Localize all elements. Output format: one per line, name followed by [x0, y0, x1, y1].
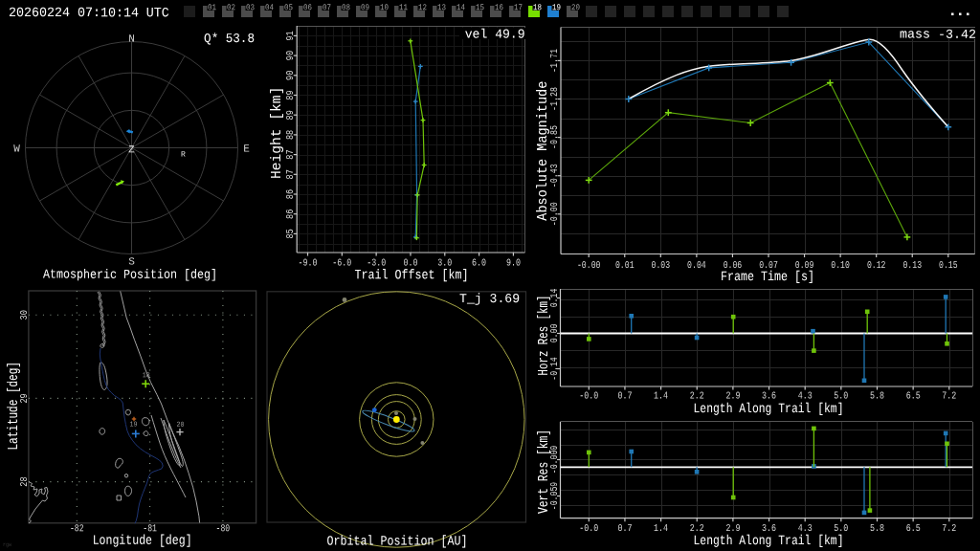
svg-text:-0.00: -0.00	[577, 259, 601, 271]
svg-text:Orbital Position [AU]: Orbital Position [AU]	[327, 533, 468, 549]
svg-text:7.2: 7.2	[942, 522, 956, 534]
svg-text:Trail Offset [km]: Trail Offset [km]	[355, 267, 469, 282]
svg-text:S: S	[128, 255, 135, 267]
svg-text:28: 28	[18, 476, 30, 487]
svg-text:30: 30	[18, 310, 30, 320]
svg-text:0.04: 0.04	[687, 259, 706, 271]
svg-text:85: 85	[284, 229, 296, 239]
svg-text:6.5: 6.5	[906, 522, 921, 534]
svg-text:10: 10	[380, 3, 389, 12]
svg-text:1.4: 1.4	[654, 390, 668, 402]
svg-text:rgw: rgw	[3, 541, 12, 549]
svg-text:Length Along Trail [km]: Length Along Trail [km]	[694, 401, 844, 417]
svg-text:12: 12	[418, 3, 427, 12]
svg-text:6.5: 6.5	[906, 390, 921, 402]
svg-text:16: 16	[495, 3, 503, 12]
svg-text:20260224 07:10:14 UTC: 20260224 07:10:14 UTC	[9, 6, 169, 21]
svg-text:Latitude [deg]: Latitude [deg]	[6, 362, 21, 450]
svg-text:19: 19	[130, 420, 138, 428]
svg-text:T_j 3.69: T_j 3.69	[459, 292, 520, 306]
svg-text:Longitude [deg]: Longitude [deg]	[93, 533, 192, 549]
svg-text:09: 09	[361, 3, 369, 12]
svg-text:14: 14	[457, 3, 465, 12]
svg-text:19: 19	[552, 3, 561, 12]
svg-text:Absolute Magnitude: Absolute Magnitude	[535, 81, 549, 221]
svg-text:-9.0: -9.0	[299, 257, 318, 269]
svg-text:vel 49.9: vel 49.9	[465, 27, 525, 41]
svg-text:Frame Time [s]: Frame Time [s]	[721, 269, 814, 284]
svg-text:15: 15	[476, 3, 484, 12]
svg-text:89: 89	[284, 90, 296, 100]
svg-text:E: E	[243, 143, 250, 154]
svg-text:0.10: 0.10	[831, 259, 850, 271]
svg-text:R: R	[181, 149, 186, 158]
svg-text:5.0: 5.0	[834, 390, 848, 402]
svg-text:Height [km]: Height [km]	[269, 87, 284, 179]
svg-text:W: W	[13, 143, 20, 154]
svg-text:05: 05	[284, 3, 293, 12]
svg-text:90: 90	[284, 51, 296, 61]
svg-text:91: 91	[284, 31, 296, 41]
svg-text:87: 87	[284, 169, 296, 180]
svg-text:17: 17	[514, 3, 523, 12]
svg-text:02: 02	[227, 3, 235, 12]
svg-text:Atmospheric Position [deg]: Atmospheric Position [deg]	[43, 268, 217, 282]
svg-text:20: 20	[177, 420, 185, 428]
svg-text:0.03: 0.03	[652, 259, 671, 271]
svg-text:08: 08	[342, 3, 350, 12]
svg-text:Length Along Trail [km]: Length Along Trail [km]	[694, 533, 844, 549]
svg-text:5.8: 5.8	[870, 522, 884, 534]
svg-text:7.2: 7.2	[942, 390, 956, 402]
svg-text:Q* 53.8: Q* 53.8	[204, 32, 255, 47]
svg-text:6.0: 6.0	[472, 257, 486, 269]
svg-text:01: 01	[208, 3, 216, 12]
svg-text:86: 86	[284, 189, 296, 200]
svg-text:0.01: 0.01	[615, 259, 635, 271]
svg-text:5.8: 5.8	[870, 390, 884, 402]
svg-text:-0.0: -0.0	[579, 522, 598, 534]
svg-text:mass -3.42: mass -3.42	[900, 28, 976, 42]
svg-text:20: 20	[571, 3, 580, 12]
svg-text:04: 04	[265, 3, 274, 12]
svg-text:06: 06	[303, 3, 312, 12]
svg-text:86: 86	[284, 209, 296, 219]
svg-text:07: 07	[323, 3, 331, 12]
svg-text:-6.0: -6.0	[332, 257, 351, 269]
svg-text:11: 11	[399, 3, 408, 12]
svg-text:9.0: 9.0	[506, 257, 521, 269]
svg-text:0.7: 0.7	[617, 522, 632, 534]
svg-text:18: 18	[143, 371, 150, 379]
svg-text:-0.0: -0.0	[579, 390, 598, 402]
svg-text:90: 90	[284, 70, 296, 80]
svg-text:13: 13	[437, 3, 446, 12]
svg-text:89: 89	[284, 110, 296, 121]
svg-text:Z: Z	[128, 143, 134, 155]
svg-text:1.4: 1.4	[654, 522, 668, 534]
svg-text:0.13: 0.13	[902, 259, 922, 271]
svg-text:N: N	[128, 33, 135, 44]
svg-text:-82: -82	[70, 522, 84, 534]
svg-text:-80: -80	[216, 522, 231, 534]
svg-text:Horz Res [km]: Horz Res [km]	[536, 296, 551, 376]
svg-text:0.12: 0.12	[867, 259, 886, 271]
svg-text:03: 03	[246, 3, 255, 12]
svg-text:-1.71: -1.71	[548, 49, 560, 73]
svg-text:Vert Res [km]: Vert Res [km]	[535, 430, 550, 514]
svg-text:18: 18	[533, 3, 542, 12]
svg-text:0.7: 0.7	[617, 390, 632, 402]
svg-text:0.15: 0.15	[939, 259, 958, 271]
svg-text:88: 88	[284, 130, 296, 141]
svg-text:87: 87	[284, 149, 296, 160]
